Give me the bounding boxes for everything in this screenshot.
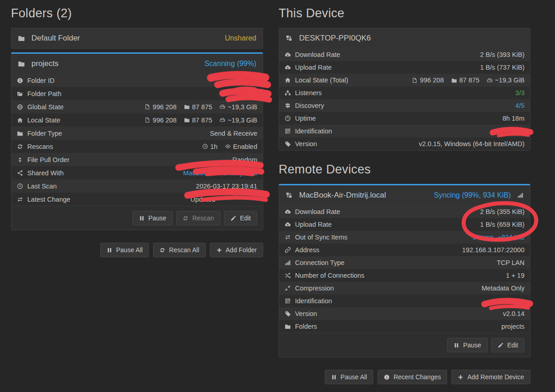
row-label: Folder Type	[27, 130, 62, 137]
row-identification: Identification	[279, 295, 530, 307]
out-of-sync-link[interactable]: 3 items, ~934 KiB	[473, 234, 524, 241]
row-file-pull-order: File Pull Order Random	[11, 153, 263, 166]
tag-icon	[285, 141, 291, 147]
remote-device-footer: Pause Edit	[279, 333, 530, 357]
row-label: Global State	[27, 103, 64, 111]
remote-device-header[interactable]: MacBook-Air-Dmitrij.local Syncing (99%, …	[279, 185, 530, 205]
row-label: Folder Path	[27, 90, 61, 97]
folder-icon	[18, 35, 25, 42]
this-device-title: This Device	[279, 6, 530, 20]
row-value: Send & Receive	[210, 130, 257, 137]
row-label: Identification	[295, 127, 332, 135]
folders-title: Folders (2)	[11, 6, 263, 20]
row-value: Metadata Only	[482, 285, 524, 292]
sort-icon	[17, 157, 23, 163]
qrcode-icon	[285, 298, 291, 304]
row-out-of-sync: Out of Sync Items 3 items, ~934 KiB	[279, 231, 530, 244]
device-name: DESKTOP-PPI0QK6	[299, 34, 371, 43]
clock-icon	[285, 115, 291, 122]
hdd-icon	[487, 77, 493, 83]
refresh-icon	[183, 215, 188, 221]
row-listeners: Listeners 3/3	[279, 87, 530, 99]
row-label: Folder ID	[27, 77, 55, 84]
row-label: File Pull Order	[27, 156, 70, 163]
row-label: Rescans	[27, 143, 53, 150]
global-files: 996 208	[153, 103, 176, 111]
folder-header-projects[interactable]: projects Scanning (99%)	[11, 54, 263, 74]
rescan-all-button[interactable]: Rescan All	[153, 243, 205, 257]
globe-icon	[17, 104, 23, 110]
clock-icon	[17, 183, 23, 189]
file-icon	[144, 104, 150, 110]
total-files: 996 208	[420, 76, 443, 84]
recent-changes-button[interactable]: Recent Changes	[377, 370, 447, 384]
remote-device-panel: MacBook-Air-Dmitrij.local Syncing (99%, …	[279, 184, 530, 357]
row-value: 1 + 19	[506, 272, 524, 279]
rescan-button[interactable]: Rescan	[176, 211, 220, 225]
row-upload-rate: Upload Rate 1 B/s (737 KiB)	[279, 61, 530, 74]
pause-button[interactable]: Pause	[132, 211, 173, 225]
pause-all-button[interactable]: Pause All	[100, 243, 149, 257]
folder-footer: Pause Rescan Edit	[11, 206, 263, 230]
row-value: 1 B/s (737 KiB)	[480, 64, 524, 71]
folder-name: Default Folder	[31, 34, 80, 43]
exchange-icon	[285, 234, 291, 240]
this-device-panel: DESKTOP-PPI0QK6 Download Rate 2 B/s (393…	[279, 28, 530, 151]
folder-status-scanning: Scanning (99%)	[204, 60, 256, 68]
row-version: Version v2.0.15, Windows (64-bit Intel/A…	[279, 137, 530, 150]
refresh-icon	[159, 247, 165, 253]
folder-name: projects	[31, 59, 59, 68]
rescan-interval: 1h	[210, 143, 218, 150]
discovery-value[interactable]: 4/5	[515, 102, 524, 109]
total-size: ~19,3 GiB	[495, 76, 524, 84]
row-label: Latest Change	[27, 196, 70, 203]
folder-icon	[285, 323, 291, 330]
sitemap-icon	[285, 90, 291, 96]
row-label: Number of Connections	[295, 272, 364, 279]
row-number-connections: Number of Connections 1 + 19	[279, 269, 530, 282]
devices-actions: Pause All Recent Changes Add Remote Devi…	[279, 370, 530, 384]
row-value: v2.0.15, Windows (64-bit Intel/AMD)	[419, 140, 524, 148]
pause-all-button[interactable]: Pause All	[325, 370, 373, 384]
global-size: ~19,3 GiB	[228, 103, 257, 111]
pause-button[interactable]: Pause	[447, 338, 488, 352]
add-folder-button[interactable]: Add Folder	[210, 243, 263, 257]
row-label: Identification	[295, 297, 332, 305]
hdd-icon	[219, 117, 225, 123]
pause-icon	[139, 215, 145, 221]
folder-open-icon	[17, 91, 23, 97]
compress-icon	[285, 285, 291, 291]
folder-outline-icon	[184, 104, 190, 110]
this-device-header[interactable]: DESKTOP-PPI0QK6	[279, 28, 530, 48]
row-global-state: Global State 996 208 87 875 ~19,3 GiB	[11, 100, 263, 113]
folder-panel-projects: projects Scanning (99%) Folder ID Folder…	[11, 52, 263, 230]
link-icon	[285, 247, 291, 253]
row-label: Upload Rate	[295, 221, 332, 228]
row-local-state-total: Local State (Total) 996 208 87 875 ~19,3…	[279, 74, 530, 87]
row-value: v2.0.14	[503, 310, 524, 317]
edit-button[interactable]: Edit	[491, 338, 524, 352]
edit-button[interactable]: Edit	[224, 211, 257, 225]
eye-icon	[225, 143, 231, 149]
pencil-icon	[230, 215, 236, 221]
add-remote-device-button[interactable]: Add Remote Device	[451, 370, 530, 384]
folder-header-default[interactable]: Default Folder Unshared	[11, 28, 263, 48]
row-folders: Folders projects	[279, 320, 530, 333]
shared-with-device-link[interactable]: MacBook-Air-Dmitrij.local	[183, 169, 257, 177]
row-identification: Identification	[279, 125, 530, 137]
listeners-value: 3/3	[515, 89, 524, 97]
this-device-table: Download Rate 2 B/s (393 KiB) Upload Rat…	[279, 48, 530, 150]
total-dirs: 87 875	[459, 76, 479, 84]
tag-icon	[285, 311, 291, 317]
row-label: Compression	[295, 285, 334, 292]
row-download-rate: Download Rate 2 B/s (393 KiB)	[279, 48, 530, 61]
shuffle-icon	[285, 272, 291, 279]
global-dirs: 87 875	[192, 103, 212, 111]
home-icon	[17, 117, 23, 123]
cloud-upload-icon	[285, 64, 291, 71]
folder-icon	[18, 60, 25, 67]
remote-status-syncing: Syncing (99%, 934 KiB)	[434, 191, 511, 199]
row-latest-change: Latest Change Updated	[11, 193, 263, 206]
pause-icon	[331, 374, 337, 380]
row-rescans: Rescans 1h Enabled	[11, 140, 263, 153]
